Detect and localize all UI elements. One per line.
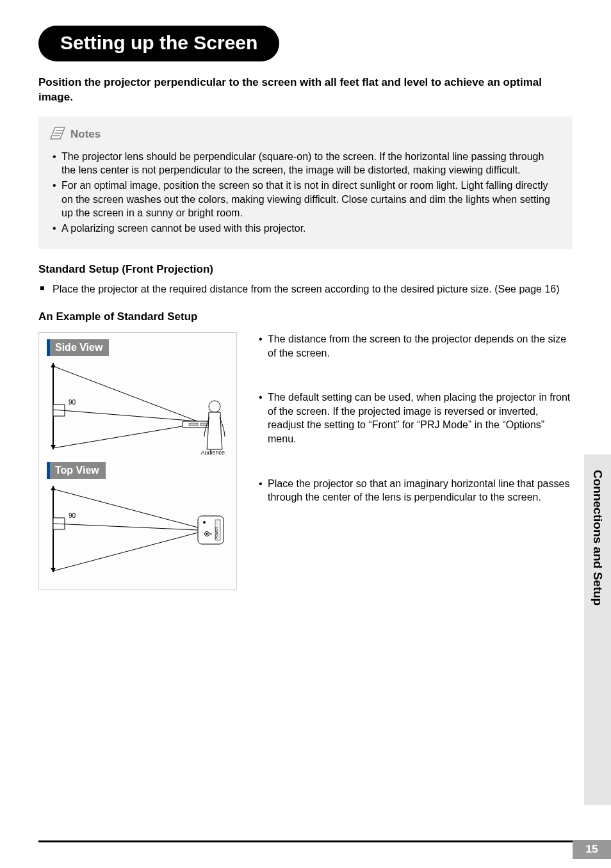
svg-rect-12 (189, 423, 198, 426)
svg-line-21 (53, 533, 198, 571)
example-point: Place the projector so that an imaginary… (256, 477, 573, 504)
note-item: A polarizing screen cannot be used with … (50, 221, 561, 236)
intro-text: Position the projector perpendicular to … (38, 76, 573, 105)
svg-point-25 (206, 533, 208, 535)
svg-marker-6 (51, 445, 56, 449)
page-title: Setting up the Screen (38, 26, 279, 61)
side-view-diagram: 90 Audience (47, 360, 229, 456)
note-item: The projector lens should be perpendicul… (50, 150, 561, 177)
angle-label: 90 (69, 399, 76, 406)
notes-box: Notes The projector lens should be perpe… (38, 117, 573, 250)
svg-text:POWER: POWER (215, 527, 218, 539)
audience-label: Audience (200, 449, 225, 456)
svg-line-10 (53, 424, 197, 448)
svg-line-20 (53, 524, 198, 530)
svg-point-14 (209, 401, 220, 412)
svg-line-8 (53, 366, 197, 421)
example-point: The distance from the screen to the proj… (256, 332, 573, 360)
page-number: 15 (573, 840, 611, 859)
page-footer: 15 (38, 840, 611, 842)
note-icon (50, 127, 65, 142)
side-view-label: Side View (47, 339, 109, 356)
top-view-diagram: 90 POWER (47, 483, 229, 579)
section-tab-label: Connections and Setup (591, 470, 605, 606)
example-text-column: The distance from the screen to the proj… (256, 332, 573, 590)
section-tab: Connections and Setup (584, 454, 611, 805)
example-heading: An Example of Standard Setup (38, 310, 573, 323)
svg-line-9 (53, 410, 197, 421)
top-view-label: Top View (47, 462, 106, 479)
svg-marker-17 (51, 568, 56, 572)
notes-label: Notes (70, 128, 101, 141)
diagram-box: Side View 90 (38, 332, 237, 590)
note-item: For an optimal image, position the scree… (50, 179, 561, 220)
example-point: The default setting can be used, when pl… (256, 390, 573, 446)
svg-line-19 (53, 489, 198, 527)
angle-label: 90 (69, 512, 76, 519)
standard-setup-item: Place the projector at the required dist… (38, 282, 573, 296)
standard-setup-heading: Standard Setup (Front Projection) (38, 263, 573, 276)
svg-point-23 (203, 521, 206, 524)
